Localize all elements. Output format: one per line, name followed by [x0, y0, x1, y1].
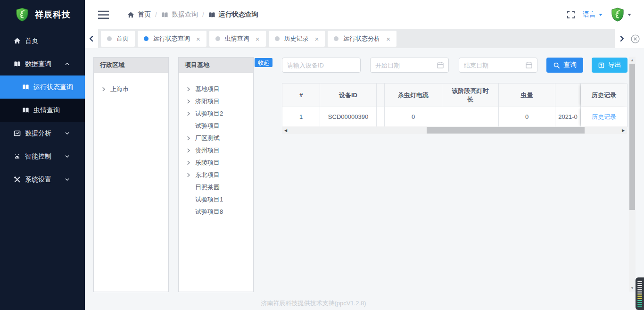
start-date-input[interactable] — [370, 58, 449, 73]
sidebar-item-insect-query[interactable]: 虫情查询 — [0, 99, 85, 122]
tab-close-icon[interactable]: × — [196, 35, 200, 42]
close-all-tabs-button[interactable] — [630, 34, 640, 44]
tree-item-label: 试验项目8 — [195, 208, 223, 216]
vscroll-thumb[interactable] — [629, 64, 635, 210]
tree-item[interactable]: 试验项目8 — [179, 206, 253, 218]
collapse-panel-button[interactable]: 收起 — [255, 58, 272, 67]
sidebar-toggle-button[interactable] — [98, 10, 109, 19]
tree-item[interactable]: 基地项目 — [179, 83, 253, 95]
export-icon — [598, 62, 605, 69]
sidebar-item-data-query[interactable]: 数据查询 — [0, 52, 85, 75]
sidebar-item-smart-control[interactable]: 智能控制 — [0, 145, 85, 168]
history-record-link[interactable]: 历史记录 — [581, 107, 627, 127]
end-date-input[interactable] — [459, 58, 537, 73]
sidebar-item-label: 数据分析 — [25, 129, 51, 138]
language-dropdown[interactable]: 语言 — [583, 10, 603, 19]
fullscreen-button[interactable] — [567, 10, 575, 19]
book-icon — [161, 11, 168, 18]
vscroll-up-arrow-icon[interactable]: ▲ — [629, 58, 636, 62]
tabs-scroll-right-button[interactable] — [619, 35, 625, 42]
tab-close-icon[interactable]: × — [386, 35, 390, 42]
table-header-cell — [555, 84, 581, 107]
tree-item[interactable]: 试验项目1 — [179, 193, 253, 206]
tree-item[interactable]: 乐陵项目 — [179, 157, 253, 169]
tab-close-icon[interactable]: × — [315, 35, 319, 42]
robot-icon — [13, 153, 21, 160]
caret-down-icon — [627, 13, 632, 17]
sidebar-item-label: 数据查询 — [25, 60, 51, 68]
hscroll-thumb[interactable] — [427, 127, 585, 134]
breadcrumb-item-data-query[interactable]: 数据查询 — [161, 10, 198, 19]
tab-home[interactable]: 首页 — [101, 31, 135, 47]
tab-status-dot — [275, 36, 280, 41]
table-header-cell — [377, 84, 385, 107]
widget-stripe — [637, 281, 642, 282]
sidebar-item-system-settings[interactable]: 系统设置 — [0, 168, 85, 191]
breadcrumb-item-run-status-query[interactable]: 运行状态查询 — [208, 10, 258, 19]
results-table: #设备ID杀虫灯电流该阶段亮灯时长虫量历史记录1SCD0000039000202… — [282, 83, 627, 127]
tree-item[interactable]: 东北项目 — [179, 169, 253, 181]
search-button-label: 查询 — [563, 61, 577, 69]
tree-item[interactable]: 厂区测试 — [179, 132, 253, 144]
content: 行政区域上海市项目基地基地项目济阳项目试验项目2试验项目厂区测试贵州项目乐陵项目… — [85, 48, 644, 310]
panel-title: 项目基地 — [179, 58, 253, 73]
sidebar-item-home[interactable]: 首页 — [0, 29, 85, 52]
tree-item-label: 试验项目 — [195, 122, 220, 130]
breadcrumb-item-home[interactable]: 首页 — [127, 10, 151, 19]
search-button[interactable]: 查询 — [546, 58, 583, 73]
tree-item-label: 试验项目1 — [195, 195, 223, 204]
widget-stripe — [637, 298, 642, 299]
vscroll-down-arrow-icon[interactable]: ▼ — [629, 286, 636, 290]
table-cell: 0 — [385, 107, 442, 127]
tabs-scroll-left-button[interactable] — [85, 29, 98, 48]
tree-item-label: 贵州项目 — [195, 146, 220, 155]
book-icon — [22, 84, 29, 91]
hscroll-left-arrow-icon[interactable]: ◀ — [282, 126, 289, 134]
book-icon — [13, 60, 21, 68]
tree-item[interactable]: 日照茶园 — [179, 181, 253, 193]
sidebar: 祥辰科技 首页数据查询运行状态查询虫情查询数据分析智能控制系统设置 — [0, 0, 85, 310]
breadcrumb: 首页/数据查询/运行状态查询 — [127, 10, 258, 19]
panel-title: 行政区域 — [94, 58, 168, 73]
tree-item[interactable]: 试验项目 — [179, 120, 253, 132]
tab-status-dot — [107, 36, 112, 41]
chevron-right-icon — [186, 86, 191, 92]
device-id-input[interactable] — [282, 58, 361, 73]
tree-item-label: 试验项目2 — [195, 109, 223, 118]
breadcrumb-separator: / — [155, 11, 157, 18]
tree-item[interactable]: 上海市 — [94, 83, 168, 95]
chevron-up-icon — [63, 60, 71, 68]
user-avatar-menu[interactable] — [611, 8, 632, 22]
tree-project-base: 基地项目济阳项目试验项目2试验项目厂区测试贵州项目乐陵项目东北项目日照茶园试验项… — [179, 73, 253, 218]
breadcrumb-separator: / — [202, 11, 204, 18]
sidebar-item-run-status-query[interactable]: 运行状态查询 — [0, 75, 85, 99]
tab-strip: 首页运行状态查询×虫情查询×历史记录×运行状态分析× — [85, 29, 644, 48]
main-area: 首页/数据查询/运行状态查询 语言 首页运行状态查询×虫情查询×历史记录×运行状… — [85, 0, 644, 310]
table-horizontal-scrollbar[interactable]: ◀ ▶ — [282, 126, 627, 134]
search-icon — [553, 62, 560, 69]
tab-status-dot — [215, 36, 220, 41]
table-header-cell: 设备ID — [320, 84, 377, 107]
chevron-right-icon — [186, 111, 191, 117]
export-button[interactable]: 导出 — [592, 58, 627, 73]
content-vertical-scrollbar[interactable]: ▲ ▼ — [629, 57, 636, 292]
table-cell: 0 — [499, 107, 555, 127]
tab-insect-query[interactable]: 虫情查询× — [209, 31, 266, 47]
tree-item-label: 乐陵项目 — [195, 159, 220, 167]
widget-stripe — [637, 287, 642, 288]
tab-close-icon[interactable]: × — [256, 35, 260, 42]
hscroll-right-arrow-icon[interactable]: ▶ — [620, 126, 627, 134]
home-icon — [13, 37, 21, 45]
tab-label: 历史记录 — [284, 34, 309, 43]
export-button-label: 导出 — [608, 61, 621, 69]
sidebar-item-label: 虫情查询 — [33, 106, 60, 115]
tree-item[interactable]: 济阳项目 — [179, 95, 253, 108]
tab-run-status-query[interactable]: 运行状态查询× — [138, 31, 206, 47]
table-header-cell: 该阶段亮灯时长 — [442, 84, 499, 107]
tab-history[interactable]: 历史记录× — [269, 31, 325, 47]
tab-run-status-analysis[interactable]: 运行状态分析× — [328, 31, 396, 47]
sidebar-item-data-analysis[interactable]: 数据分析 — [0, 122, 85, 145]
sidebar-item-label: 系统设置 — [25, 176, 51, 184]
tree-item[interactable]: 贵州项目 — [179, 144, 253, 157]
tree-item[interactable]: 试验项目2 — [179, 108, 253, 120]
